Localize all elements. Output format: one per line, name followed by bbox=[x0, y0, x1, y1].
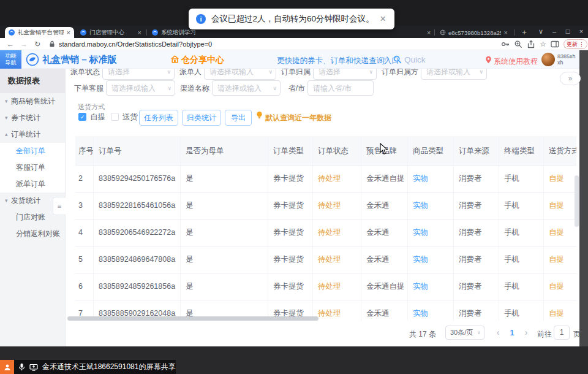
filters-expand-button[interactable]: » bbox=[560, 72, 581, 85]
table-cell: 券卡提货 bbox=[268, 273, 313, 300]
update-label: 更新 bbox=[567, 40, 578, 48]
pagination-current-page[interactable]: 1 bbox=[506, 329, 518, 337]
browser-tab-1[interactable]: 礼盒营销平台管理中心 × bbox=[5, 27, 74, 38]
table-cell[interactable]: 实物 bbox=[408, 273, 454, 300]
back-icon[interactable]: ← bbox=[4, 40, 17, 48]
sidebar-item-5[interactable]: 客服订单 bbox=[0, 159, 65, 176]
browser-tab-2[interactable]: 门店管理中心 × bbox=[77, 27, 145, 38]
function-nav-line2: 导航 bbox=[0, 59, 21, 66]
system-tutorial-link[interactable]: 系统使用教程 bbox=[494, 56, 538, 67]
globe-icon bbox=[440, 29, 446, 36]
sidebar-item-9[interactable]: 分销返利对账 bbox=[0, 226, 65, 242]
share-icon[interactable] bbox=[527, 40, 535, 48]
window-minimize-button[interactable]: – bbox=[548, 28, 561, 35]
sidebar-item-1[interactable]: ▾商品销售统计 bbox=[0, 93, 65, 110]
sharer-avatar-icon bbox=[0, 360, 14, 374]
table-cell: 金禾通 bbox=[361, 300, 408, 321]
task-list-button[interactable]: 任务列表 bbox=[139, 110, 178, 126]
browser-tab-4[interactable]: e8c573980b1328a258fd2e6f8 × bbox=[436, 27, 511, 38]
checkbox-delivery[interactable] bbox=[111, 113, 119, 121]
expand-arrow-icon: ▾ bbox=[5, 93, 11, 110]
filter-select-channel-name[interactable]: 请选择或输入 ∨ bbox=[212, 80, 281, 96]
function-nav-line1: 功能 bbox=[0, 53, 21, 59]
screen-share-bar: 金禾通技术王斌18662591081的屏幕共享 bbox=[0, 360, 176, 374]
window-maximize-button[interactable]: □ bbox=[561, 28, 575, 35]
table-cell: 手机 bbox=[499, 273, 544, 300]
warehouse-share-center-link[interactable]: 仓分享中心 bbox=[181, 55, 224, 66]
bookmark-star-icon[interactable]: ☆ bbox=[540, 40, 546, 48]
screen-share-icon bbox=[29, 364, 38, 371]
sidebar-section-title: 数据报表 bbox=[0, 69, 65, 93]
pagination-prev-button[interactable]: ‹ bbox=[492, 327, 504, 337]
filter-label-channel-name: 渠道名称 bbox=[180, 80, 209, 96]
sidebar-item-2[interactable]: ▾券卡统计 bbox=[0, 110, 65, 126]
column-header: 订单类型 bbox=[268, 136, 313, 165]
quick-search-icon[interactable] bbox=[393, 55, 402, 64]
tab-search-chevron-icon[interactable]: ∨ bbox=[534, 28, 548, 36]
toast-close-icon[interactable]: × bbox=[380, 14, 386, 24]
info-icon: i bbox=[196, 14, 206, 24]
column-header: 终端类型 bbox=[499, 136, 544, 165]
table-cell: 待处理 bbox=[313, 166, 361, 192]
sidebar-item-6[interactable]: 派单订单 bbox=[0, 176, 65, 193]
lightbulb-icon bbox=[255, 111, 263, 120]
tab-close-icon[interactable]: × bbox=[67, 29, 70, 36]
filter-select-order-agent[interactable]: 请选择或输入 ∨ bbox=[106, 80, 175, 96]
sidebar-collapse-handle[interactable]: ≡ bbox=[53, 197, 66, 215]
table-cell: 自提 bbox=[544, 193, 576, 219]
horizontal-scrollbar[interactable] bbox=[67, 316, 318, 321]
table-cell: 待处理 bbox=[313, 246, 361, 273]
table-cell: 消费者 bbox=[454, 273, 499, 300]
side-panel-icon[interactable] bbox=[551, 40, 559, 48]
user-subname: xh bbox=[557, 59, 576, 66]
vertical-scrollbar[interactable] bbox=[575, 175, 579, 227]
menu-dots-icon[interactable]: ⋮ bbox=[579, 41, 584, 47]
sidebar-item-label: 派单订单 bbox=[16, 176, 45, 193]
url-text[interactable]: standard.maboy.cn/OrderStatisticsDetail?… bbox=[59, 40, 212, 48]
table-cell: 是 bbox=[181, 273, 268, 300]
table-cell: 券卡提货 bbox=[268, 246, 313, 273]
key-icon[interactable] bbox=[501, 40, 510, 48]
checkbox-self-pickup[interactable]: ✓ bbox=[78, 113, 86, 121]
column-header: 订单号 bbox=[94, 136, 181, 165]
site-favicon bbox=[80, 29, 86, 36]
zoom-icon[interactable] bbox=[514, 40, 522, 48]
pagination-next-button[interactable]: › bbox=[520, 327, 532, 337]
function-nav-button[interactable]: 功能 导航 bbox=[0, 50, 21, 69]
table-cell: 5 bbox=[75, 246, 94, 273]
browser-update-button[interactable]: 更新 ⋮ bbox=[564, 39, 587, 49]
table-cell[interactable]: 实物 bbox=[408, 246, 454, 273]
new-tab-button[interactable]: + bbox=[519, 28, 529, 37]
expand-arrow-icon: ▴ bbox=[5, 126, 11, 143]
sidebar-item-4[interactable]: 全部订单 bbox=[0, 143, 65, 159]
table-cell: 2 bbox=[75, 166, 94, 192]
tab-close-icon[interactable]: × bbox=[427, 29, 431, 36]
table-cell: 消费者 bbox=[454, 300, 499, 321]
tab-close-icon[interactable]: × bbox=[138, 29, 141, 36]
quick-search-label[interactable]: Quick bbox=[404, 55, 426, 64]
reload-icon[interactable]: ↻ bbox=[31, 40, 44, 48]
checkbox-label-delivery[interactable]: 送货 bbox=[123, 112, 138, 123]
table-cell: 待处理 bbox=[313, 193, 361, 219]
checkbox-label-self-pickup[interactable]: 自提 bbox=[90, 112, 105, 123]
sidebar-item-3[interactable]: ▴订单统计 bbox=[0, 126, 65, 143]
orders-table: 序号订单号是否为母单订单类型订单状态预售品牌商品类型订单来源终端类型送货方式 2… bbox=[75, 136, 576, 321]
sidebar-item-label: 订单统计 bbox=[11, 126, 40, 143]
table-cell[interactable]: 实物 bbox=[408, 219, 454, 246]
table-cell[interactable]: 实物 bbox=[408, 300, 454, 321]
page-size-select[interactable]: 30条/页 ∨ bbox=[445, 326, 484, 340]
user-avatar[interactable] bbox=[541, 53, 555, 66]
tab-separator bbox=[434, 29, 435, 36]
table-cell: 券卡提货 bbox=[268, 193, 313, 219]
table-cell: 券卡提货 bbox=[268, 166, 313, 192]
pagination-goto-input[interactable]: 1 bbox=[554, 326, 570, 340]
category-stats-button[interactable]: 归类统计 bbox=[182, 110, 221, 126]
expand-arrow-icon: ▾ bbox=[5, 193, 11, 209]
table-cell[interactable]: 实物 bbox=[408, 193, 454, 219]
window-close-button[interactable]: × bbox=[575, 28, 588, 35]
export-button[interactable]: 导出 bbox=[225, 110, 252, 126]
placeholder: 请选择或输入 bbox=[107, 81, 175, 96]
tab-close-icon[interactable]: × bbox=[504, 29, 508, 36]
filter-input-province-city[interactable]: 请输入省/市 bbox=[307, 80, 374, 96]
table-cell[interactable]: 实物 bbox=[408, 166, 454, 192]
